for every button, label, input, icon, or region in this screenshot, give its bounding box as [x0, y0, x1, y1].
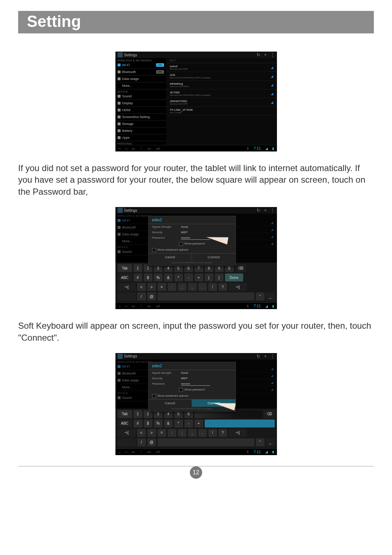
keyboard-hide-icon[interactable]: ⌄	[118, 450, 121, 454]
volume-down-icon[interactable]: ◅−	[147, 304, 151, 308]
wifi-network-row[interactable]: JOKSecured with WPA/WPA2 (WPS available)…	[166, 72, 277, 81]
key[interactable]: ?	[219, 429, 227, 437]
recent-apps-icon[interactable]: ▭	[132, 450, 135, 454]
key[interactable]: #	[134, 274, 142, 281]
key[interactable]: %	[154, 420, 163, 428]
key[interactable]: =	[158, 429, 166, 437]
key[interactable]: ,	[188, 283, 197, 291]
volume-up-icon[interactable]: ◅+	[156, 147, 160, 150]
key-tab[interactable]: Tab	[118, 410, 132, 418]
overflow-menu-icon[interactable]: ⋮	[270, 354, 275, 359]
sidebar-item-more[interactable]: More...	[115, 82, 166, 89]
refresh-icon[interactable]: ↻	[257, 52, 260, 57]
back-icon[interactable]: ⤺	[118, 147, 121, 150]
key-sym-right[interactable]: ~\{	[229, 429, 247, 437]
key-long[interactable]	[205, 420, 275, 428]
volume-down-icon[interactable]: ◅−	[147, 450, 151, 454]
key[interactable]: _	[266, 438, 275, 446]
password-input[interactable]: •••••••••	[181, 382, 210, 386]
key[interactable]: %	[154, 274, 163, 281]
cancel-button[interactable]: Cancel	[148, 254, 192, 261]
key[interactable]: ?	[219, 283, 227, 291]
home-icon[interactable]: ⌂	[126, 304, 127, 308]
key-abc[interactable]: ABC	[118, 274, 132, 281]
add-network-icon[interactable]: +	[264, 208, 266, 213]
key[interactable]: "	[256, 292, 265, 300]
key[interactable]: @	[147, 438, 156, 446]
sidebar-item-storage[interactable]: Storage	[115, 121, 166, 127]
key[interactable]: $	[144, 274, 152, 281]
key[interactable]: !	[208, 429, 217, 437]
wifi-network-row[interactable]: wildwildogSecured with WPA2 ◢	[166, 81, 277, 89]
key[interactable]: =	[158, 283, 166, 291]
sidebar-item-apps[interactable]: Apps	[115, 134, 166, 141]
key-sym-right[interactable]: ~\{	[229, 283, 247, 291]
wifi-network-row[interactable]: sobo2Secured with WEP ◢	[166, 63, 277, 72]
key[interactable]: *	[174, 274, 183, 281]
wifi-network-row[interactable]: TP-LINK_1F7E98Not in range	[166, 107, 277, 116]
key-blank[interactable]	[118, 438, 136, 446]
key[interactable]: +	[195, 274, 203, 281]
key[interactable]: "	[256, 438, 265, 446]
wifi-network-row[interactable]: JINHAITONGSecured with WPA ◢	[166, 98, 277, 107]
keyboard-hide-icon[interactable]: ⌄	[118, 304, 121, 308]
bluetooth-toggle[interactable]: OFF	[156, 70, 164, 74]
key[interactable]: *	[174, 420, 183, 428]
key[interactable]: -	[184, 274, 193, 281]
connect-button[interactable]: Connect	[192, 254, 236, 261]
sidebar-item-bluetooth[interactable]: Bluetooth OFF	[115, 69, 166, 76]
key-backspace[interactable]: ⌫	[264, 410, 275, 418]
home-icon[interactable]: ⌂	[126, 450, 127, 454]
sidebar-item-screenshot[interactable]: Screenshot Setting	[115, 114, 166, 121]
recent-apps-icon[interactable]: ▭	[132, 304, 135, 308]
key[interactable]: /	[137, 292, 146, 300]
key[interactable]: &	[164, 274, 173, 281]
key[interactable]: &	[164, 420, 173, 428]
key[interactable]: +	[195, 420, 203, 428]
add-network-icon[interactable]: +	[264, 354, 266, 359]
wifi-toggle[interactable]: ON	[156, 63, 164, 67]
cancel-button[interactable]: Cancel	[148, 400, 192, 407]
key[interactable]: )	[215, 274, 224, 281]
key[interactable]: <	[137, 429, 146, 437]
show-password-checkbox[interactable]	[179, 242, 183, 246]
overflow-menu-icon[interactable]: ⋮	[270, 52, 275, 57]
refresh-icon[interactable]: ↻	[257, 208, 260, 213]
key[interactable]: !	[208, 283, 217, 291]
key[interactable]: /	[137, 438, 146, 446]
key-tab[interactable]: Tab	[118, 264, 132, 272]
sidebar-item-battery[interactable]: Battery	[115, 127, 166, 134]
refresh-icon[interactable]: ↻	[257, 354, 260, 359]
volume-up-icon[interactable]: ◅+	[156, 304, 160, 308]
key-blank[interactable]	[118, 292, 136, 300]
show-password-checkbox[interactable]	[179, 388, 183, 392]
key[interactable]: >	[147, 283, 156, 291]
sidebar-item-wifi[interactable]: Wi-Fi ON	[115, 62, 166, 69]
volume-up-icon[interactable]: ◅+	[156, 450, 160, 454]
key[interactable]: <	[137, 283, 146, 291]
volume-down-icon[interactable]: ◅−	[147, 147, 151, 150]
key[interactable]: ,	[188, 429, 197, 437]
key[interactable]: ;	[178, 283, 187, 291]
key-sym[interactable]: ~\{	[118, 429, 136, 437]
key[interactable]: $	[144, 420, 152, 428]
key[interactable]: _	[266, 292, 275, 300]
overflow-menu-icon[interactable]: ⋮	[270, 208, 275, 213]
key[interactable]: #	[134, 420, 142, 428]
key-backspace[interactable]: ⌫	[235, 264, 246, 272]
add-network-icon[interactable]: +	[264, 52, 266, 57]
key[interactable]: 1	[134, 264, 142, 272]
key[interactable]: @	[147, 292, 156, 300]
key[interactable]: 1	[134, 410, 142, 418]
key[interactable]: :	[168, 283, 176, 291]
show-advanced-checkbox[interactable]	[152, 394, 156, 398]
key[interactable]: .	[198, 429, 207, 437]
wifi-network-row[interactable]: JET002Secured with WPA/WPA2 (WPS availab…	[166, 89, 277, 98]
key-space[interactable]	[158, 438, 254, 446]
key[interactable]: (	[205, 274, 213, 281]
recent-apps-icon[interactable]: ▭	[132, 147, 135, 150]
key-abc[interactable]: ABC	[118, 420, 132, 428]
sidebar-item-display[interactable]: Display	[115, 100, 166, 107]
key[interactable]: .	[198, 283, 207, 291]
sidebar-item-data-usage[interactable]: Data usage	[115, 76, 166, 82]
